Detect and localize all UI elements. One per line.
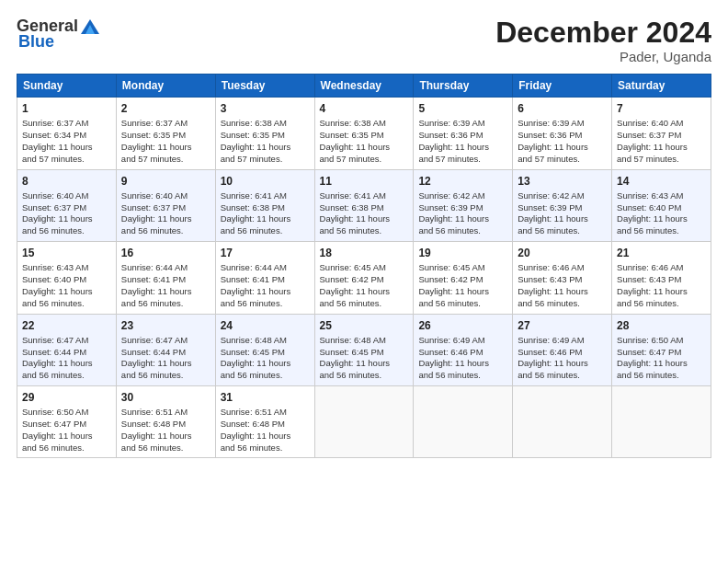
day-info: Sunrise: 6:40 AMSunset: 6:37 PMDaylight:…	[617, 118, 706, 165]
list-item: 30Sunrise: 6:51 AMSunset: 6:48 PMDayligh…	[116, 385, 215, 457]
day-number: 1	[22, 101, 111, 116]
day-number: 15	[22, 246, 111, 260]
day-info: Sunrise: 6:38 AMSunset: 6:35 PMDaylight:…	[320, 118, 409, 165]
list-item: 23Sunrise: 6:47 AMSunset: 6:44 PMDayligh…	[116, 314, 215, 385]
table-row: 15Sunrise: 6:43 AMSunset: 6:40 PMDayligh…	[17, 242, 711, 314]
list-item: 4Sunrise: 6:38 AMSunset: 6:35 PMDaylight…	[314, 98, 414, 169]
list-item: 2Sunrise: 6:37 AMSunset: 6:35 PMDaylight…	[116, 98, 215, 169]
logo-blue: Blue	[18, 32, 54, 52]
list-item: 22Sunrise: 6:47 AMSunset: 6:44 PMDayligh…	[17, 314, 117, 385]
day-info: Sunrise: 6:40 AMSunset: 6:37 PMDaylight:…	[22, 190, 111, 237]
list-item: 20Sunrise: 6:46 AMSunset: 6:43 PMDayligh…	[513, 242, 612, 314]
list-item: 21Sunrise: 6:46 AMSunset: 6:43 PMDayligh…	[612, 242, 711, 314]
col-friday: Friday	[513, 75, 612, 98]
table-row: 29Sunrise: 6:50 AMSunset: 6:47 PMDayligh…	[17, 385, 711, 457]
day-info: Sunrise: 6:44 AMSunset: 6:41 PMDaylight:…	[121, 262, 210, 309]
list-item: 29Sunrise: 6:50 AMSunset: 6:47 PMDayligh…	[17, 385, 117, 457]
list-item: 17Sunrise: 6:44 AMSunset: 6:41 PMDayligh…	[215, 242, 314, 314]
day-number: 9	[121, 174, 210, 189]
day-info: Sunrise: 6:47 AMSunset: 6:44 PMDaylight:…	[22, 335, 111, 382]
day-info: Sunrise: 6:43 AMSunset: 6:40 PMDaylight:…	[22, 262, 111, 309]
day-number: 13	[518, 174, 607, 189]
day-info: Sunrise: 6:37 AMSunset: 6:34 PMDaylight:…	[22, 118, 111, 165]
day-number: 4	[320, 101, 409, 116]
col-thursday: Thursday	[414, 75, 513, 98]
day-info: Sunrise: 6:46 AMSunset: 6:43 PMDaylight:…	[518, 262, 607, 309]
day-info: Sunrise: 6:42 AMSunset: 6:39 PMDaylight:…	[518, 190, 607, 237]
day-info: Sunrise: 6:47 AMSunset: 6:44 PMDaylight:…	[121, 335, 210, 382]
list-item: 14Sunrise: 6:43 AMSunset: 6:40 PMDayligh…	[612, 169, 711, 241]
list-item: 15Sunrise: 6:43 AMSunset: 6:40 PMDayligh…	[17, 242, 117, 314]
day-number: 6	[518, 101, 607, 116]
day-info: Sunrise: 6:44 AMSunset: 6:41 PMDaylight:…	[221, 262, 310, 309]
day-number: 14	[617, 174, 706, 189]
calendar-table: Sunday Monday Tuesday Wednesday Thursday…	[17, 74, 711, 458]
day-info: Sunrise: 6:38 AMSunset: 6:35 PMDaylight:…	[221, 118, 310, 165]
day-number: 27	[518, 318, 607, 333]
day-info: Sunrise: 6:41 AMSunset: 6:38 PMDaylight:…	[221, 190, 310, 237]
day-number: 3	[221, 101, 310, 116]
list-item: 6Sunrise: 6:39 AMSunset: 6:36 PMDaylight…	[513, 98, 612, 169]
col-wednesday: Wednesday	[314, 75, 414, 98]
list-item: 1Sunrise: 6:37 AMSunset: 6:34 PMDaylight…	[17, 98, 117, 169]
day-info: Sunrise: 6:39 AMSunset: 6:36 PMDaylight:…	[518, 118, 607, 165]
list-item: 9Sunrise: 6:40 AMSunset: 6:37 PMDaylight…	[116, 169, 215, 241]
day-number: 2	[121, 101, 210, 116]
day-number: 7	[617, 101, 706, 116]
day-number: 10	[221, 174, 310, 189]
day-number: 25	[320, 318, 409, 333]
list-item: 16Sunrise: 6:44 AMSunset: 6:41 PMDayligh…	[116, 242, 215, 314]
day-number: 30	[121, 390, 210, 405]
col-saturday: Saturday	[612, 75, 711, 98]
day-number: 18	[320, 246, 409, 260]
table-row: 22Sunrise: 6:47 AMSunset: 6:44 PMDayligh…	[17, 314, 711, 385]
list-item: 31Sunrise: 6:51 AMSunset: 6:48 PMDayligh…	[215, 385, 314, 457]
day-info: Sunrise: 6:49 AMSunset: 6:46 PMDaylight:…	[418, 335, 507, 382]
calendar-header-row: Sunday Monday Tuesday Wednesday Thursday…	[17, 75, 711, 98]
title-area: December 2024 Pader, Uganda	[495, 17, 711, 64]
list-item: 19Sunrise: 6:45 AMSunset: 6:42 PMDayligh…	[414, 242, 513, 314]
page-title: December 2024	[495, 17, 711, 49]
day-info: Sunrise: 6:50 AMSunset: 6:47 PMDaylight:…	[617, 335, 706, 382]
day-number: 17	[221, 246, 310, 260]
day-info: Sunrise: 6:39 AMSunset: 6:36 PMDaylight:…	[418, 118, 507, 165]
col-sunday: Sunday	[17, 75, 117, 98]
list-item: 12Sunrise: 6:42 AMSunset: 6:39 PMDayligh…	[414, 169, 513, 241]
list-item: 28Sunrise: 6:50 AMSunset: 6:47 PMDayligh…	[612, 314, 711, 385]
table-row: 1Sunrise: 6:37 AMSunset: 6:34 PMDaylight…	[17, 98, 711, 169]
day-number: 28	[617, 318, 706, 333]
day-info: Sunrise: 6:51 AMSunset: 6:48 PMDaylight:…	[221, 407, 310, 454]
day-number: 23	[121, 318, 210, 333]
day-info: Sunrise: 6:48 AMSunset: 6:45 PMDaylight:…	[320, 335, 409, 382]
day-number: 16	[121, 246, 210, 260]
day-number: 24	[221, 318, 310, 333]
logo-icon	[81, 19, 99, 34]
day-info: Sunrise: 6:42 AMSunset: 6:39 PMDaylight:…	[418, 190, 507, 237]
list-item: 10Sunrise: 6:41 AMSunset: 6:38 PMDayligh…	[215, 169, 314, 241]
list-item	[414, 385, 513, 457]
day-info: Sunrise: 6:45 AMSunset: 6:42 PMDaylight:…	[320, 262, 409, 309]
list-item: 8Sunrise: 6:40 AMSunset: 6:37 PMDaylight…	[17, 169, 117, 241]
list-item: 18Sunrise: 6:45 AMSunset: 6:42 PMDayligh…	[314, 242, 414, 314]
list-item: 5Sunrise: 6:39 AMSunset: 6:36 PMDaylight…	[414, 98, 513, 169]
day-number: 20	[518, 246, 607, 260]
list-item	[513, 385, 612, 457]
day-info: Sunrise: 6:49 AMSunset: 6:46 PMDaylight:…	[518, 335, 607, 382]
list-item	[612, 385, 711, 457]
day-info: Sunrise: 6:37 AMSunset: 6:35 PMDaylight:…	[121, 118, 210, 165]
day-number: 31	[221, 390, 310, 405]
day-info: Sunrise: 6:41 AMSunset: 6:38 PMDaylight:…	[320, 190, 409, 237]
day-number: 21	[617, 246, 706, 260]
table-row: 8Sunrise: 6:40 AMSunset: 6:37 PMDaylight…	[17, 169, 711, 241]
col-monday: Monday	[116, 75, 215, 98]
day-number: 19	[418, 246, 507, 260]
day-info: Sunrise: 6:45 AMSunset: 6:42 PMDaylight:…	[418, 262, 507, 309]
list-item	[314, 385, 414, 457]
day-info: Sunrise: 6:48 AMSunset: 6:45 PMDaylight:…	[221, 335, 310, 382]
day-number: 5	[418, 101, 507, 116]
day-info: Sunrise: 6:40 AMSunset: 6:37 PMDaylight:…	[121, 190, 210, 237]
list-item: 26Sunrise: 6:49 AMSunset: 6:46 PMDayligh…	[414, 314, 513, 385]
day-info: Sunrise: 6:50 AMSunset: 6:47 PMDaylight:…	[22, 407, 111, 454]
list-item: 24Sunrise: 6:48 AMSunset: 6:45 PMDayligh…	[215, 314, 314, 385]
day-number: 12	[418, 174, 507, 189]
